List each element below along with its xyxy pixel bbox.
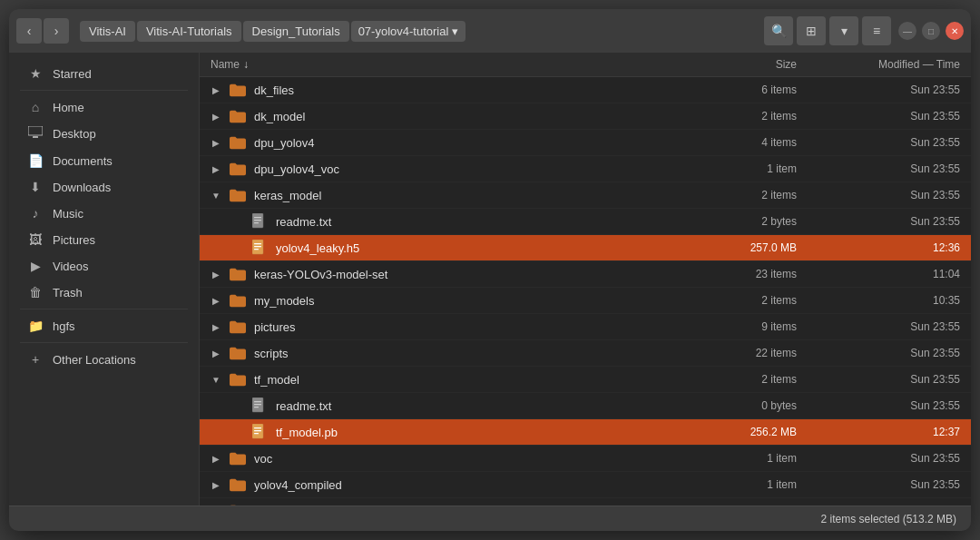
size-column-header[interactable]: Size	[688, 58, 797, 71]
sort-arrow-icon: ↓	[243, 58, 249, 71]
back-button[interactable]: ‹	[16, 18, 42, 44]
expand-arrow-icon: ▶	[211, 453, 221, 464]
close-button[interactable]: ✕	[946, 22, 964, 40]
sidebar-divider-1	[20, 90, 188, 91]
grid-view-button[interactable]: ⊞	[797, 16, 826, 45]
window-controls: — □ ✕	[898, 22, 964, 40]
folder-icon	[229, 476, 247, 494]
search-icon: 🔍	[771, 24, 787, 38]
folder-icon	[229, 344, 247, 362]
sidebar-item-trash[interactable]: 🗑 Trash	[13, 280, 195, 305]
folder-icon	[229, 318, 247, 336]
sidebar-divider-2	[20, 309, 188, 309]
expand-arrow-icon: ▼	[211, 374, 221, 385]
view-options-button[interactable]: ▾	[829, 16, 858, 45]
table-row[interactable]: ▶ my_models 2 items 10:35	[200, 288, 971, 314]
documents-icon: 📄	[27, 153, 44, 168]
sidebar-item-pictures[interactable]: 🖼 Pictures	[13, 227, 195, 252]
expand-arrow-icon: ▶	[211, 269, 221, 280]
data-file-icon	[250, 239, 269, 257]
chevron-down-icon: ▾	[841, 24, 848, 38]
sidebar-item-music[interactable]: ♪ Music	[13, 201, 195, 226]
breadcrumb: Vitis-AI Vitis-AI-Tutorials Design_Tutor…	[80, 21, 753, 42]
table-row[interactable]: ▶ yolov4_quantized 1 item Sun 23:55	[200, 498, 971, 506]
svg-rect-12	[254, 404, 261, 405]
forward-button[interactable]: ›	[44, 18, 69, 44]
sidebar-item-label: Pictures	[53, 233, 95, 247]
modified-column-header[interactable]: Modified — Time	[797, 58, 960, 71]
svg-rect-5	[254, 222, 259, 223]
status-text: 2 items selected (513.2 MB)	[821, 513, 956, 525]
table-row[interactable]: ▶ scripts 22 items Sun 23:55	[200, 340, 971, 367]
file-manager-window: ‹ › Vitis-AI Vitis-AI-Tutorials Design_T…	[9, 9, 971, 531]
sidebar-item-home[interactable]: ⌂ Home	[13, 94, 195, 120]
table-row[interactable]: ▼ keras_model 2 items Sun 23:55	[200, 182, 971, 209]
svg-rect-1	[33, 136, 38, 138]
sidebar-item-hgfs[interactable]: 📁 hgfs	[13, 313, 195, 339]
table-row[interactable]: ▼ tf_model 2 items Sun 23:55	[200, 367, 971, 393]
expand-arrow-icon: ▶	[211, 163, 221, 174]
menu-button[interactable]: ≡	[862, 16, 891, 45]
home-icon: ⌂	[27, 100, 44, 114]
table-row[interactable]: ▶ pictures 9 items Sun 23:55	[200, 314, 971, 340]
sidebar-divider-3	[20, 342, 188, 343]
sidebar-item-videos[interactable]: ▶ Videos	[13, 253, 195, 279]
breadcrumb-yolov4-tutorial[interactable]: 07-yolov4-tutorial ▾	[351, 21, 466, 42]
pictures-icon: 🖼	[27, 232, 44, 247]
table-row[interactable]: ▶ yolov4_compiled 1 item Sun 23:55	[200, 472, 971, 498]
sidebar-item-documents[interactable]: 📄 Documents	[13, 148, 195, 173]
breadcrumb-design-tutorials[interactable]: Design_Tutorials	[243, 21, 349, 42]
titlebar: ‹ › Vitis-AI Vitis-AI-Tutorials Design_T…	[9, 9, 971, 53]
expand-arrow-icon: ▶	[211, 348, 221, 358]
sidebar-item-desktop[interactable]: Desktop	[13, 121, 195, 147]
sidebar-item-label: Home	[53, 101, 84, 114]
table-row[interactable]: ▶ tf_model.pb 256.2 MB 12:37	[200, 419, 971, 446]
table-row[interactable]: ▶ dk_files 6 items Sun 23:55	[200, 77, 971, 103]
folder-icon	[229, 449, 247, 467]
folder-open-icon	[229, 370, 247, 388]
sidebar-item-label: Music	[53, 207, 83, 221]
file-list-area: Name ↓ Size Modified — Time ▶	[200, 53, 971, 506]
search-button[interactable]: 🔍	[764, 16, 793, 45]
table-row[interactable]: ▶ readme.txt 2 bytes Sun 23:55	[200, 209, 971, 235]
folder-open-icon	[229, 186, 247, 204]
file-list-header: Name ↓ Size Modified — Time	[200, 53, 971, 77]
trash-icon: 🗑	[27, 285, 44, 299]
table-row[interactable]: ▶ dpu_yolov4 4 items Sun 23:55	[200, 130, 971, 156]
breadcrumb-vitis-ai-tutorials[interactable]: Vitis-AI-Tutorials	[137, 21, 241, 42]
maximize-button[interactable]: □	[922, 22, 940, 40]
table-row[interactable]: ▶ yolov4_leaky.h5 257.0 MB 12:36	[200, 235, 971, 261]
main-area: ★ Starred ⌂ Home Desktop 📄 Docum	[9, 53, 971, 506]
svg-rect-4	[254, 220, 261, 221]
expand-arrow-icon: ▶	[211, 321, 221, 332]
videos-icon: ▶	[27, 259, 44, 273]
statusbar: 2 items selected (513.2 MB)	[9, 506, 971, 531]
svg-rect-7	[254, 243, 261, 244]
table-row[interactable]: ▶ readme.txt 0 bytes Sun 23:55	[200, 393, 971, 419]
table-row[interactable]: ▶ voc 1 item Sun 23:55	[200, 446, 971, 472]
music-icon: ♪	[27, 206, 44, 221]
sidebar-item-starred[interactable]: ★ Starred	[13, 61, 195, 86]
network-folder-icon: 📁	[27, 319, 44, 333]
dropdown-arrow-icon: ▾	[452, 25, 458, 38]
expand-arrow-icon: ▶	[211, 479, 221, 490]
svg-rect-15	[254, 427, 261, 428]
nav-controls: ‹ ›	[16, 18, 69, 44]
minimize-button[interactable]: —	[898, 22, 916, 40]
folder-icon	[229, 107, 247, 125]
text-file-icon	[250, 212, 269, 231]
sidebar-item-label: Desktop	[53, 127, 96, 141]
folder-icon	[229, 81, 247, 99]
text-file-icon	[250, 397, 269, 415]
sidebar-item-other-locations[interactable]: + Other Locations	[13, 347, 195, 372]
expand-arrow-icon: ▶	[211, 111, 221, 122]
table-row[interactable]: ▶ dpu_yolov4_voc 1 item Sun 23:55	[200, 156, 971, 182]
hamburger-icon: ≡	[873, 24, 880, 38]
table-row[interactable]: ▶ keras-YOLOv3-model-set 23 items 11:04	[200, 261, 971, 288]
svg-rect-9	[254, 249, 259, 250]
folder-icon	[229, 291, 247, 309]
table-row[interactable]: ▶ dk_model 2 items Sun 23:55	[200, 103, 971, 130]
name-column-header[interactable]: Name ↓	[211, 58, 688, 71]
sidebar-item-downloads[interactable]: ⬇ Downloads	[13, 174, 195, 200]
breadcrumb-vitis-ai[interactable]: Vitis-AI	[80, 21, 135, 42]
